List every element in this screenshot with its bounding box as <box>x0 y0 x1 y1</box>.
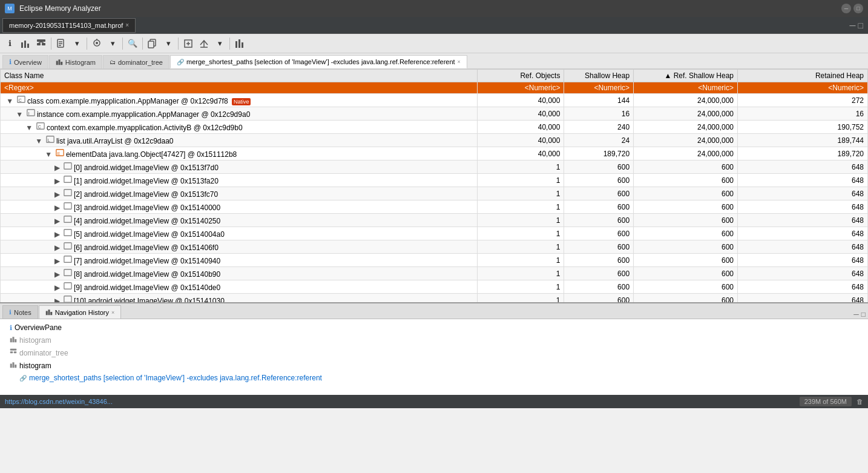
file-tab-close-btn[interactable]: × <box>125 22 129 28</box>
cell-ref-objects: 40,000 <box>478 147 564 160</box>
svg-rect-42 <box>64 216 71 223</box>
tree-toggle[interactable]: ▶ <box>54 177 60 185</box>
svg-rect-63 <box>10 364 12 368</box>
nav-history-tab-close-btn[interactable]: × <box>111 309 114 316</box>
nav-history-tab-label: Navigation History <box>55 309 109 316</box>
table-row[interactable]: ▶ [10] android.widget.ImageView @ 0x1514… <box>1 294 868 303</box>
nav-history-item[interactable]: ℹ OverviewPane <box>5 322 863 334</box>
row-name: [6] android.widget.ImageView @ 0x151406f… <box>74 243 219 252</box>
tree-toggle[interactable]: ▼ <box>16 110 23 119</box>
tree-toggle[interactable]: ▶ <box>54 283 60 292</box>
table-row[interactable]: ▶ [2] android.widget.ImageView @ 0x1513f… <box>1 187 868 200</box>
bottom-min-btn[interactable]: ─ <box>853 310 859 319</box>
table-row[interactable]: ▶ [1] android.widget.ImageView @ 0x1513f… <box>1 174 868 187</box>
histogram-toolbar-btn[interactable] <box>18 36 33 51</box>
nav-history-item[interactable]: histogram <box>5 334 863 346</box>
export-btn[interactable] <box>197 36 211 51</box>
cell-ref-objects: 1 <box>478 294 564 303</box>
run-reports-dropdown-btn[interactable]: ▾ <box>70 36 84 51</box>
dominator-tab-icon: 🗂 <box>110 59 116 65</box>
tree-toggle[interactable]: ▼ <box>6 97 13 105</box>
tab-max-btn[interactable]: □ <box>858 21 863 30</box>
table-row[interactable]: ▶ [3] android.widget.ImageView @ 0x15140… <box>1 200 868 214</box>
nav-history-item[interactable]: 🔗 merge_shortest_paths [selection of 'Im… <box>5 372 863 384</box>
svg-rect-56 <box>50 312 52 315</box>
cell-class-name: ▶ [9] android.widget.ImageView @ 0x15140… <box>1 280 478 294</box>
table-row[interactable]: ▼ C class com.example.myapplication.AppM… <box>1 94 868 107</box>
tab-overview[interactable]: ℹ Overview <box>2 55 48 68</box>
tree-toggle[interactable]: ▶ <box>54 217 60 225</box>
merge-tab-close-btn[interactable]: × <box>458 59 461 65</box>
col-header-class-name[interactable]: Class Name <box>1 70 478 82</box>
export-dropdown-btn[interactable]: ▾ <box>212 36 227 51</box>
bottom-max-btn[interactable]: □ <box>861 310 866 319</box>
svg-rect-45 <box>64 256 71 263</box>
run-queries-dropdown-btn[interactable]: ▾ <box>105 36 120 51</box>
col-header-retained-heap[interactable]: Retained Heap <box>738 70 868 82</box>
table-row[interactable]: ▶ [4] android.widget.ImageView @ 0x15140… <box>1 214 868 227</box>
tree-toggle[interactable]: ▶ <box>54 230 60 239</box>
tree-toggle[interactable]: ▶ <box>54 297 60 302</box>
overview-toolbar-btn[interactable]: ℹ <box>2 36 17 51</box>
nav-history-list: ℹ OverviewPane histogram dominator_tree … <box>5 322 863 384</box>
table-row[interactable]: ▼ I instance com.example.myapplication.A… <box>1 107 868 121</box>
col-header-shallow-heap[interactable]: Shallow Heap <box>564 70 634 82</box>
minimize-btn[interactable]: ─ <box>841 4 851 13</box>
nav-history-item[interactable]: histogram <box>5 359 863 372</box>
cell-shallow-heap: 189,720 <box>564 147 634 160</box>
svg-rect-26 <box>58 59 60 65</box>
tree-toggle[interactable]: ▶ <box>54 203 60 212</box>
tab-merge-shortest[interactable]: 🔗 merge_shortest_paths [selection of 'Im… <box>170 55 467 68</box>
tree-toggle[interactable]: ▶ <box>54 270 60 279</box>
cell-shallow-heap: 240 <box>564 121 634 134</box>
dominator-toolbar-btn[interactable] <box>34 36 48 51</box>
cell-class-name: ▼ L list java.util.ArrayList @ 0x12c9daa… <box>1 134 478 147</box>
row-name: [2] android.widget.ImageView @ 0x1513fc7… <box>74 190 218 199</box>
table-row[interactable]: ▶ [9] android.widget.ImageView @ 0x15140… <box>1 280 868 294</box>
cell-shallow-heap: 600 <box>564 200 634 214</box>
tree-toggle[interactable]: ▼ <box>25 124 33 132</box>
maximize-btn[interactable]: □ <box>853 4 863 13</box>
col-header-ref-shallow-heap[interactable]: ▲ Ref. Shallow Heap <box>634 70 738 82</box>
cell-ref-shallow-heap: 600 <box>634 200 738 214</box>
nav-history-item[interactable]: dominator_tree <box>5 346 863 359</box>
chart-btn[interactable] <box>232 36 247 51</box>
tree-toggle[interactable]: ▶ <box>54 190 60 199</box>
find-btn[interactable]: 🔍 <box>125 36 140 51</box>
toolbar-sep-5 <box>178 38 179 50</box>
cell-class-name: ▶ [3] android.widget.ImageView @ 0x15140… <box>1 200 478 214</box>
table-row[interactable]: ▶ [8] android.widget.ImageView @ 0x15140… <box>1 267 868 280</box>
filter-shallow-heap: <Numeric> <box>564 82 634 94</box>
tab-dominator[interactable]: 🗂 dominator_tree <box>103 55 169 68</box>
table-row[interactable]: ▶ [7] android.widget.ImageView @ 0x15140… <box>1 254 868 267</box>
table-row[interactable]: ▶ [0] android.widget.ImageView @ 0x1513f… <box>1 160 868 174</box>
tree-toggle[interactable]: ▼ <box>45 150 52 159</box>
run-queries-btn[interactable] <box>90 36 104 51</box>
cell-ref-shallow-heap: 600 <box>634 160 738 174</box>
file-tab-hprof[interactable]: memory-20190531T154103_mat.hprof × <box>2 18 136 33</box>
window-controls: ─ □ <box>841 4 863 13</box>
tree-toggle[interactable]: ▶ <box>54 164 60 172</box>
run-reports-btn[interactable] <box>54 36 68 51</box>
table-row[interactable]: ▶ [5] android.widget.ImageView @ 0x15140… <box>1 227 868 240</box>
tree-toggle[interactable]: ▼ <box>35 137 42 145</box>
tree-toggle[interactable]: ▶ <box>54 243 60 252</box>
expand-btn[interactable] <box>181 36 196 51</box>
copy-dropdown-btn[interactable]: ▾ <box>161 36 176 51</box>
table-row[interactable]: ▼ L list java.util.ArrayList @ 0x12c9daa… <box>1 134 868 147</box>
table-row[interactable]: ▼ E elementData java.lang.Object[47427] … <box>1 147 868 160</box>
table-row[interactable]: ▶ [6] android.widget.ImageView @ 0x15140… <box>1 240 868 254</box>
cell-ref-objects: 1 <box>478 280 564 294</box>
gc-btn[interactable]: 🗑 <box>856 398 863 405</box>
copy-btn[interactable] <box>145 36 160 51</box>
notes-tab-icon: ℹ <box>9 309 12 316</box>
status-link[interactable]: https://blog.csdn.net/weixin_43846... <box>5 398 113 405</box>
tab-histogram[interactable]: Histogram <box>49 55 102 68</box>
tree-toggle[interactable]: ▶ <box>54 257 60 265</box>
tab-min-btn[interactable]: ─ <box>850 21 856 30</box>
tab-navigation-history[interactable]: Navigation History × <box>39 305 122 319</box>
table-row[interactable]: ▼ C context com.example.myapplication.Ac… <box>1 121 868 134</box>
col-header-ref-objects[interactable]: Ref. Objects <box>478 70 564 82</box>
tab-notes[interactable]: ℹ Notes <box>2 305 38 319</box>
row-name: [0] android.widget.ImageView @ 0x1513f7d… <box>74 164 219 172</box>
